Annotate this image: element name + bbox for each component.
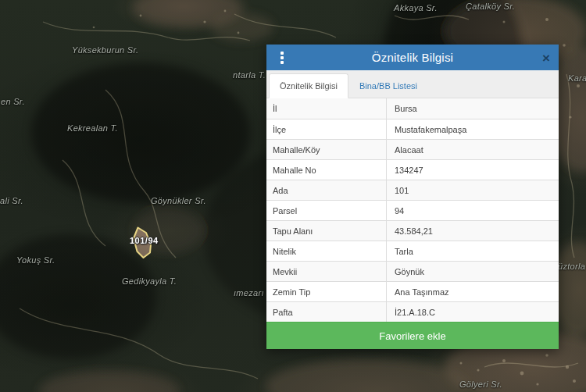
map-place-label: ımezarı bbox=[234, 288, 264, 298]
map-place-label: Çatalköy Sr. bbox=[466, 2, 515, 11]
row-value: Tarla bbox=[387, 247, 559, 256]
close-icon[interactable]: × bbox=[542, 51, 550, 64]
map-place-label: Göynükler Sr. bbox=[151, 196, 206, 205]
row-value: Göynük bbox=[387, 267, 559, 276]
row-label: Mahalle No bbox=[266, 160, 387, 180]
map-place-label: Yokuş Sr. bbox=[16, 255, 55, 265]
map-place-label: ntarla T. bbox=[233, 70, 266, 80]
favorite-button[interactable]: Favorilere ekle bbox=[266, 322, 559, 349]
map-place-label: en Sr. bbox=[1, 97, 25, 106]
map-place-label: Kekrealan T. bbox=[67, 123, 118, 133]
row-label: Zemin Tip bbox=[266, 282, 387, 301]
tab-bar: Öznitelik BilgisiBina/BB Listesi bbox=[266, 70, 559, 98]
row-value: 94 bbox=[387, 206, 559, 216]
table-row: NitelikTarla bbox=[266, 241, 559, 261]
table-row: Tapu Alanı43.584,21 bbox=[266, 220, 559, 241]
map-place-label: Yüksekburun Sr. bbox=[72, 45, 138, 55]
row-value: Bursa bbox=[387, 104, 559, 113]
table-row: Paftaİ21.A.18.C bbox=[266, 301, 559, 322]
row-value: İ21.A.18.C bbox=[387, 308, 559, 317]
row-label: İl bbox=[266, 98, 387, 119]
row-label: Parsel bbox=[266, 201, 387, 220]
map-place-label: Gedikyayla T. bbox=[122, 276, 177, 286]
row-label: Tapu Alanı bbox=[266, 221, 387, 241]
table-row: Ada101 bbox=[266, 180, 559, 200]
map-place-label: ali Sr. bbox=[0, 196, 23, 205]
row-label: Ada bbox=[266, 180, 387, 200]
app-window: Akkaya Sr.Çatalköy Sr.Yüksekburun Sr.Kar… bbox=[0, 0, 586, 392]
row-label: İlçe bbox=[266, 119, 387, 139]
row-label: Nitelik bbox=[266, 241, 387, 261]
row-value: 43.584,21 bbox=[387, 226, 559, 236]
row-value: Ana Taşınmaz bbox=[387, 287, 559, 297]
map-place-label: üztorla bbox=[558, 262, 585, 271]
attribute-table: İlBursaİlçeMustafakemalpaşaMahalle/KöyAl… bbox=[266, 98, 559, 322]
tab-oznitelik-bilgisi[interactable]: Öznitelik Bilgisi bbox=[269, 73, 348, 98]
row-value: Alacaat bbox=[387, 145, 559, 155]
dialog-header: Öznitelik Bilgisi × bbox=[266, 45, 559, 70]
table-row: Zemin TipAna Taşınmaz bbox=[266, 281, 559, 301]
parcel-label: 101/94 bbox=[130, 236, 159, 245]
map-place-label: Gölyeri Sr. bbox=[459, 380, 502, 389]
table-row: MevkiiGöynük bbox=[266, 261, 559, 281]
map-place-label: Kara bbox=[568, 73, 586, 83]
table-row: Mahalle/KöyAlacaat bbox=[266, 139, 559, 159]
row-value: 134247 bbox=[387, 166, 559, 175]
attribute-dialog: Öznitelik Bilgisi × Öznitelik BilgisiBin… bbox=[266, 45, 559, 349]
row-label: Mevkii bbox=[266, 262, 387, 281]
map-place-label: Akkaya Sr. bbox=[394, 3, 438, 12]
table-row: İlBursa bbox=[266, 98, 559, 119]
row-label: Pafta bbox=[266, 302, 387, 322]
dialog-title: Öznitelik Bilgisi bbox=[372, 51, 453, 64]
table-row: İlçeMustafakemalpaşa bbox=[266, 119, 559, 139]
table-row: Mahalle No134247 bbox=[266, 159, 559, 180]
row-value: 101 bbox=[387, 186, 559, 195]
tab-bina-bb-listesi[interactable]: Bina/BB Listesi bbox=[348, 73, 428, 98]
table-row: Parsel94 bbox=[266, 200, 559, 220]
row-label: Mahalle/Köy bbox=[266, 140, 387, 159]
row-value: Mustafakemalpaşa bbox=[387, 125, 559, 134]
kebab-menu-icon[interactable] bbox=[278, 49, 286, 66]
